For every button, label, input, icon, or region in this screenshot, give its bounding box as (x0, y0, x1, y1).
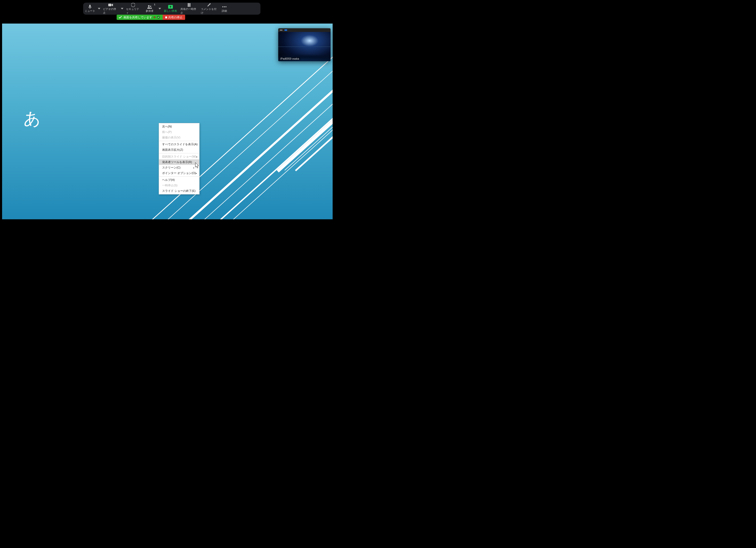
svg-rect-0 (108, 4, 111, 6)
thumbnail-header (278, 28, 331, 32)
menu-zoom[interactable]: 画面表示拡大(Z) (159, 147, 199, 152)
slide-title-text: あ (24, 107, 41, 130)
video-icon (108, 3, 113, 7)
record-dot-icon (154, 16, 155, 18)
sharing-text: 画面を共有しています (123, 15, 152, 19)
svg-point-2 (150, 6, 151, 7)
share-status-bar: 画面を共有しています 共有の停止 (117, 15, 185, 20)
menu-end-show[interactable]: スライド ショーの終了(E) (159, 188, 199, 194)
participants-icon (147, 4, 152, 9)
shield-icon (131, 3, 135, 7)
thumbnail-video: iPad6959 osaka (278, 32, 331, 61)
menu-separator (159, 141, 199, 141)
annotate-label: コメントを付け (201, 7, 217, 15)
svg-point-8 (225, 6, 226, 7)
participants-button[interactable]: 参加者 1 (142, 3, 157, 15)
security-label: セキュリティ (126, 7, 140, 15)
video-caret[interactable] (120, 3, 124, 15)
new-share-button[interactable]: 新しい共有 (162, 3, 179, 15)
menu-all-slides[interactable]: すべてのスライドを表示(A) (159, 141, 199, 147)
microphone-icon (88, 4, 92, 9)
svg-rect-4 (188, 3, 189, 7)
stop-video-label: ビデオの停止 (103, 7, 118, 15)
new-share-label: 新しい共有 (164, 9, 177, 13)
slideshow-context-menu: 次へ(N) 前へ(P) 最後の表示(V) すべてのスライドを表示(A) 画面表示… (159, 123, 200, 194)
pause-share-label: 共有の一時停止 (180, 7, 198, 15)
svg-point-7 (224, 6, 225, 7)
menu-last-viewed: 最後の表示(V) (159, 135, 199, 140)
shield-check-icon (157, 16, 160, 19)
mute-button[interactable]: ミュート (83, 3, 97, 15)
participants-caret[interactable] (157, 3, 162, 15)
more-icon (222, 4, 227, 9)
menu-screen[interactable]: スクリーン(C) (159, 165, 199, 170)
minimize-icon[interactable] (280, 30, 282, 30)
annotate-button[interactable]: コメントを付け (199, 3, 219, 15)
participants-count: 1 (154, 3, 155, 6)
svg-point-6 (222, 6, 223, 7)
pause-icon (187, 3, 191, 7)
stop-video-button[interactable]: ビデオの停止 (101, 3, 120, 15)
participants-label: 参加者 (146, 9, 154, 13)
svg-point-1 (148, 5, 150, 7)
menu-separator (159, 176, 199, 177)
security-button[interactable]: セキュリティ (124, 3, 142, 15)
more-label: 詳細 (222, 9, 227, 13)
more-button[interactable]: 詳細 (219, 3, 230, 15)
pause-share-button[interactable]: 共有の一時停止 (179, 3, 199, 15)
menu-custom-show: 目的別スライド ショー(W) (159, 154, 199, 159)
stop-icon (165, 16, 167, 18)
switch-view-icon[interactable] (285, 29, 287, 31)
menu-separator (159, 153, 199, 153)
menu-presenter-view[interactable]: 発表者ツールを表示(R) (159, 159, 199, 165)
menu-pointer-options[interactable]: ポインター オプション(O) (159, 170, 199, 176)
mute-label: ミュート (85, 9, 95, 13)
stop-share-label: 共有の停止 (168, 15, 183, 19)
sharing-indicator[interactable]: 画面を共有しています (117, 15, 163, 20)
menu-next[interactable]: 次へ(N) (159, 124, 199, 129)
menu-prev: 前へ(P) (159, 129, 199, 135)
menu-help[interactable]: ヘルプ(H) (159, 177, 199, 183)
participant-thumbnail[interactable]: iPad6959 osaka (278, 28, 331, 61)
stop-share-button[interactable]: 共有の停止 (163, 15, 185, 20)
participant-name: iPad6959 osaka (279, 57, 300, 60)
share-screen-icon (168, 4, 173, 9)
menu-pause: 一時停止(S) (159, 183, 199, 188)
svg-rect-5 (189, 3, 190, 7)
mute-caret[interactable] (97, 3, 101, 15)
checkmark-icon (119, 16, 122, 19)
pencil-icon (207, 3, 211, 7)
zoom-toolbar: ミュート ビデオの停止 セキュリティ 参加者 1 新しい共有 (83, 3, 260, 15)
